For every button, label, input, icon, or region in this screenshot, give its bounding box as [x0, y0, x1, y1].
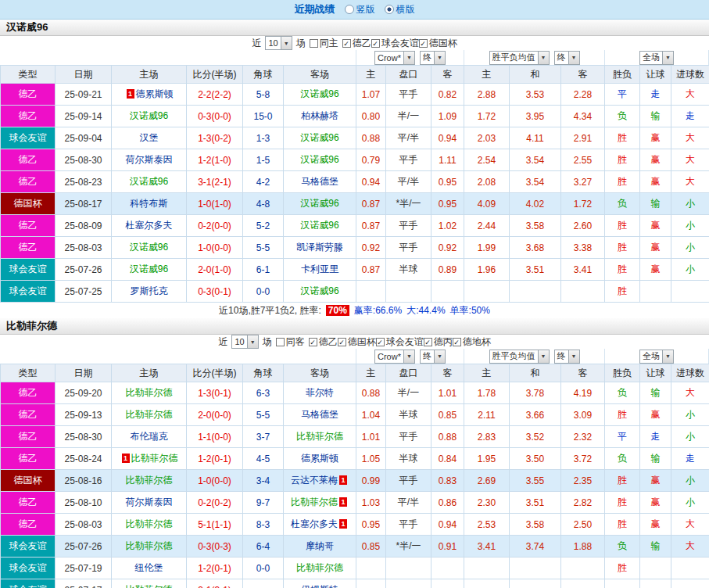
date-cell: 25-08-10	[56, 492, 112, 514]
radio-vertical[interactable]: 竖版	[345, 3, 375, 16]
team-link[interactable]: 汉诺威96	[300, 285, 338, 296]
column-header: 日期	[56, 66, 112, 84]
team-link[interactable]: 德累斯顿	[136, 88, 174, 99]
bookmaker-select[interactable]: Crow* ▼	[374, 350, 415, 364]
match-row: 德乙25-08-03汉诺威961-0(0-0)5-5凯泽斯劳滕0.92平手0.9…	[1, 237, 709, 259]
euro-odds-selects: 胜平负均值 ▼ 终 ▼	[464, 50, 604, 65]
league-filter[interactable]: ✓球会友谊	[376, 335, 424, 349]
team-link[interactable]: 荷尔斯泰因	[126, 154, 173, 165]
rows-count-select[interactable]: 10 ▼	[265, 36, 292, 50]
team-link[interactable]: 纽伦堡	[135, 562, 163, 573]
league-filter[interactable]: ✓德乙	[309, 335, 338, 349]
team-link[interactable]: 卡利亚里	[301, 264, 338, 274]
team-link[interactable]: 凯泽斯劳滕	[296, 242, 343, 253]
date-cell: 25-09-04	[56, 127, 112, 149]
euro-draw-odds: 3.52	[510, 426, 561, 448]
handicap-result-cell: 输	[640, 536, 671, 558]
asian-handicap: 平手	[386, 215, 431, 237]
scope-select[interactable]: 全场 ▼	[639, 51, 674, 65]
radio-horizontal[interactable]: 横版	[385, 3, 415, 16]
handicap-result-cell: 输	[640, 193, 671, 215]
team-link[interactable]: 比勒菲尔德	[291, 497, 338, 507]
final-select[interactable]: 终 ▼	[420, 51, 446, 65]
team-link[interactable]: 汉诺威96	[300, 198, 338, 209]
avg-select[interactable]: 胜平负均值 ▼	[489, 350, 550, 364]
team-link[interactable]: 荷尔斯泰因	[126, 497, 173, 507]
corner-cell: 0-0	[243, 281, 284, 303]
team-link[interactable]: 比勒菲尔德	[126, 475, 173, 486]
euro-home-odds: 2.88	[464, 84, 510, 106]
team-link[interactable]: 比勒菲尔德	[296, 562, 343, 573]
away-team-cell: 德累斯顿	[284, 448, 356, 470]
team-link[interactable]: 比勒菲尔德	[126, 518, 173, 529]
scope-select[interactable]: 全场 ▼	[639, 350, 674, 364]
euro-draw-odds	[510, 558, 561, 579]
column-header: 进球数	[671, 66, 709, 84]
league-filter[interactable]: ✓德地杯	[453, 335, 491, 349]
team-link[interactable]: 比勒菲尔德	[131, 453, 178, 464]
final-select[interactable]: 终 ▼	[420, 350, 446, 364]
match-result-cell: 平	[605, 426, 640, 448]
euro-home-odds: 1.96	[464, 259, 510, 281]
team-link[interactable]: 杜塞尔多夫	[126, 220, 173, 231]
team-link[interactable]: 比勒菲尔德	[296, 431, 343, 442]
team-link[interactable]: 云达不莱梅	[291, 475, 338, 486]
match-result-cell: 负	[605, 448, 640, 470]
team-link[interactable]: 汉诺威96	[130, 110, 168, 121]
team-link[interactable]: 菲尔特	[306, 387, 334, 398]
goals-result-cell: 小	[671, 259, 709, 281]
avg-select[interactable]: 胜平负均值 ▼	[489, 51, 550, 65]
goals-result-cell	[671, 558, 709, 579]
team-link[interactable]: 汉诺威96	[300, 154, 338, 165]
league-filter[interactable]: ✓球会友谊	[371, 37, 419, 50]
team-link[interactable]: 汉堡	[140, 132, 159, 143]
team-link[interactable]: 比勒菲尔德	[126, 584, 173, 588]
match-result-cell: 胜	[605, 149, 640, 171]
final-select-2[interactable]: 终 ▼	[554, 51, 580, 65]
team-link[interactable]: 马格德堡	[301, 176, 338, 187]
team-link[interactable]: 摩纳哥	[306, 540, 334, 551]
league-filter-label: 德乙	[353, 37, 371, 50]
euro-draw-odds	[510, 281, 561, 303]
league-filter[interactable]: ✓德丙	[424, 335, 453, 349]
column-header: 客场	[284, 364, 356, 382]
league-filter[interactable]: ✓德乙	[342, 37, 371, 50]
team-link[interactable]: 汉诺威96	[300, 88, 338, 99]
team-link[interactable]: 伊姆斯特	[301, 584, 338, 588]
bookmaker-select[interactable]: Crow* ▼	[374, 51, 415, 65]
match-row: 德乙25-08-09杜塞尔多夫0-2(0-0)5-2汉诺威960.87平手1.0…	[1, 215, 709, 237]
team-link[interactable]: 布伦瑞克	[131, 431, 168, 442]
league-type-cell: 球会友谊	[1, 259, 56, 281]
handicap-result-cell: 赢	[640, 171, 671, 193]
column-header: 主场	[112, 364, 187, 382]
team-link[interactable]: 比勒菲尔德	[126, 387, 173, 398]
team-link[interactable]: 汉诺威96	[130, 176, 168, 187]
euro-away-odds: 3.72	[561, 448, 605, 470]
goals-result-cell: 走	[671, 448, 709, 470]
league-filter[interactable]: ✓德国杯	[419, 37, 457, 50]
same-venue-filter[interactable]: 同客	[276, 335, 305, 349]
team-link[interactable]: 马格德堡	[301, 409, 338, 420]
team-link[interactable]: 汉诺威96	[130, 242, 168, 253]
final-select-2[interactable]: 终 ▼	[554, 350, 580, 364]
team-link[interactable]: 汉诺威96	[300, 220, 338, 231]
scope-selects: 全场 ▼	[604, 349, 709, 364]
rows-count-select[interactable]: 10 ▼	[231, 335, 258, 349]
euro-draw-odds: 3.66	[510, 404, 561, 426]
team-link[interactable]: 科特布斯	[131, 198, 168, 209]
team-link[interactable]: 汉诺威96	[130, 264, 168, 274]
team-link[interactable]: 比勒菲尔德	[126, 540, 173, 551]
team-link[interactable]: 杜塞尔多夫	[291, 518, 338, 529]
team-link[interactable]: 汉诺威96	[300, 132, 338, 143]
column-header: 客	[431, 66, 464, 84]
league-filter[interactable]: ✓德国杯	[338, 335, 376, 349]
score-cell: 3-1(3-1)	[187, 579, 243, 588]
handicap-result-cell: 赢	[640, 470, 671, 492]
team-link[interactable]: 德累斯顿	[301, 453, 338, 464]
euro-home-odds: 2.44	[464, 215, 510, 237]
same-venue-filter[interactable]: 同主	[310, 37, 338, 50]
euro-away-odds: 2.82	[561, 492, 605, 514]
team-link[interactable]: 罗斯托克	[131, 285, 168, 296]
team-link[interactable]: 柏林赫塔	[301, 110, 338, 121]
team-link[interactable]: 比勒菲尔德	[126, 409, 173, 420]
